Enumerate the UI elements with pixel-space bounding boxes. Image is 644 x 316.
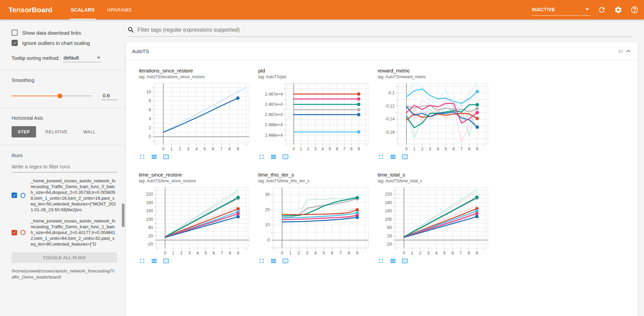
chart-title: iterations_since_restore bbox=[139, 68, 258, 73]
svg-text:4: 4 bbox=[195, 147, 198, 151]
chart-tag: tag: AutoTS/time_total_s bbox=[378, 179, 497, 183]
svg-text:7: 7 bbox=[460, 147, 463, 151]
show-download-links-row[interactable]: Show data download links bbox=[12, 30, 117, 36]
axis-button-wall[interactable]: WALL bbox=[77, 126, 102, 137]
card-chart-count: 10 bbox=[618, 49, 623, 54]
svg-text:5: 5 bbox=[323, 251, 325, 255]
smoothing-slider[interactable] bbox=[12, 94, 92, 98]
fullscreen-icon[interactable] bbox=[258, 153, 265, 160]
svg-text:4: 4 bbox=[149, 116, 151, 121]
status-dropdown[interactable]: INACTIVE bbox=[532, 4, 590, 16]
svg-text:100: 100 bbox=[385, 217, 392, 222]
slider-thumb[interactable] bbox=[57, 94, 62, 98]
log-scale-icon[interactable] bbox=[270, 153, 277, 160]
svg-text:5: 5 bbox=[204, 251, 207, 255]
log-scale-icon[interactable] bbox=[390, 257, 396, 264]
fullscreen-icon[interactable] bbox=[139, 257, 146, 264]
ignore-outliers-row[interactable]: Ignore outliers in chart scaling bbox=[12, 40, 117, 46]
fit-domain-icon[interactable] bbox=[282, 153, 289, 160]
fullscreen-icon[interactable] bbox=[378, 153, 384, 160]
chart-actions bbox=[258, 153, 378, 160]
svg-text:0: 0 bbox=[149, 134, 151, 139]
fullscreen-icon[interactable] bbox=[139, 153, 146, 160]
logdir-path: /home/junweid/zouwu/autots_network_forec… bbox=[12, 268, 117, 280]
fit-domain-icon[interactable] bbox=[401, 257, 408, 264]
fit-domain-icon[interactable] bbox=[282, 257, 289, 264]
run-radio[interactable] bbox=[20, 193, 26, 198]
log-scale-icon[interactable] bbox=[151, 153, 158, 160]
axis-button-relative[interactable]: RELATIVE bbox=[39, 126, 74, 137]
chart-plot[interactable]: 30201000123456789 bbox=[258, 185, 370, 257]
card-title: AutoTS bbox=[132, 48, 149, 54]
svg-text:6: 6 bbox=[451, 251, 454, 255]
card-header[interactable]: AutoTS 10 bbox=[126, 42, 638, 60]
svg-text:8: 8 bbox=[229, 251, 231, 255]
log-scale-icon[interactable] bbox=[270, 257, 277, 264]
run-checkbox[interactable] bbox=[12, 230, 17, 235]
tab-hparams[interactable]: HPARAMS bbox=[105, 0, 133, 19]
svg-text:60: 60 bbox=[148, 225, 153, 230]
svg-text:30: 30 bbox=[265, 192, 270, 197]
horizontal-axis-buttons: STEPRELATIVEWALL bbox=[12, 126, 117, 137]
refresh-icon[interactable] bbox=[598, 6, 606, 14]
chart-plot[interactable]: 2201801401006020-200123456789 bbox=[378, 185, 490, 257]
search-icon bbox=[127, 26, 135, 34]
settings-gear-icon[interactable] bbox=[614, 6, 622, 14]
fit-domain-icon[interactable] bbox=[163, 257, 169, 264]
scalar-chart: time_since_restore tag: AutoTS/time_sinc… bbox=[139, 172, 258, 264]
axis-button-step[interactable]: STEP bbox=[12, 126, 36, 137]
checkbox-label: Show data download links bbox=[22, 30, 81, 36]
svg-text:-0.1: -0.1 bbox=[387, 90, 395, 95]
run-radio[interactable] bbox=[20, 230, 26, 235]
chart-tag: tag: AutoTS/time_since_restore bbox=[139, 179, 258, 183]
app-title: TensorBoard bbox=[0, 0, 65, 19]
fit-domain-icon[interactable] bbox=[163, 153, 169, 160]
runs-filter-input[interactable] bbox=[12, 162, 117, 172]
svg-text:140: 140 bbox=[146, 209, 153, 213]
chart-plot[interactable]: 2.467e+42.467e+42.467e+42.466e+42.466e+4… bbox=[258, 81, 370, 153]
log-scale-icon[interactable] bbox=[151, 257, 158, 264]
divider bbox=[0, 70, 125, 70]
svg-text:3: 3 bbox=[187, 147, 189, 151]
smoothing-value[interactable]: 0.6 bbox=[101, 92, 117, 100]
app-header: TensorBoard SCALARSHPARAMS INACTIVE bbox=[0, 0, 644, 19]
svg-text:2: 2 bbox=[298, 251, 300, 255]
svg-text:6: 6 bbox=[452, 147, 455, 151]
svg-text:60: 60 bbox=[387, 225, 392, 230]
collapse-card-icon[interactable] bbox=[624, 47, 632, 55]
tag-filter-input[interactable] bbox=[137, 27, 633, 33]
svg-text:5: 5 bbox=[203, 147, 206, 151]
fullscreen-icon[interactable] bbox=[258, 257, 265, 264]
fit-domain-icon[interactable] bbox=[401, 153, 408, 160]
svg-text:2: 2 bbox=[421, 147, 423, 151]
svg-text:0: 0 bbox=[293, 147, 295, 151]
chart-plot[interactable]: -0.1-0.12-0.14-0.160123456789 bbox=[378, 81, 490, 153]
chart-plot[interactable]: 10864200123456789 bbox=[139, 81, 251, 153]
tooltip-sort-dropdown[interactable]: default bbox=[63, 54, 101, 62]
chart-plot[interactable]: 2201801401006020-200123456789 bbox=[139, 185, 251, 257]
svg-text:7: 7 bbox=[343, 147, 345, 151]
show-download-links-checkbox[interactable] bbox=[12, 30, 18, 36]
toggle-all-runs-button[interactable]: TOGGLE ALL RUNS bbox=[12, 252, 117, 263]
svg-text:100: 100 bbox=[146, 217, 153, 222]
ignore-outliers-checkbox[interactable] bbox=[12, 40, 18, 46]
tag-filter-bar bbox=[127, 26, 633, 37]
run-item: _home_junweid_zouwu_autots_network_forec… bbox=[12, 218, 117, 247]
chart-title: pid bbox=[258, 68, 378, 73]
chart-title: time_this_iter_s bbox=[258, 172, 378, 178]
svg-text:3: 3 bbox=[306, 251, 308, 255]
log-scale-icon[interactable] bbox=[390, 153, 396, 160]
scalar-chart: iterations_since_restore tag: AutoTS/ite… bbox=[139, 68, 258, 160]
help-icon[interactable] bbox=[630, 6, 639, 14]
chart-actions bbox=[378, 153, 497, 160]
run-checkbox[interactable] bbox=[12, 193, 17, 198]
svg-text:8: 8 bbox=[228, 147, 231, 151]
svg-text:7: 7 bbox=[460, 251, 462, 255]
sidebar-scrollbar[interactable] bbox=[122, 203, 125, 227]
sidebar: Show data download links Ignore outliers… bbox=[0, 19, 125, 316]
scalar-chart: time_total_s tag: AutoTS/time_total_s 22… bbox=[378, 172, 497, 264]
fullscreen-icon[interactable] bbox=[378, 257, 384, 264]
tab-scalars[interactable]: SCALARS bbox=[69, 0, 96, 19]
divider bbox=[0, 145, 125, 145]
run-name: _home_junweid_zouwu_autots_network_forec… bbox=[31, 218, 117, 247]
